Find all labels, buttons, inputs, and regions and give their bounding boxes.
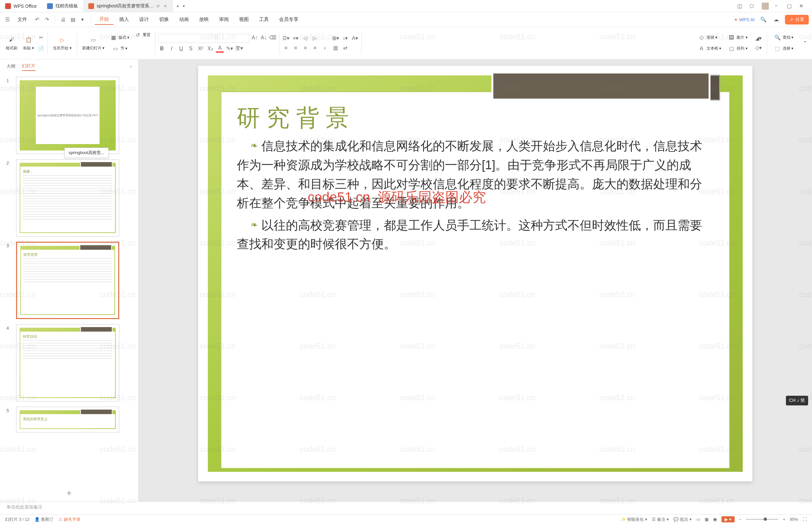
collapse-panel-icon[interactable]: ‹	[130, 64, 132, 69]
textbox-button[interactable]: A 文本框 ▾	[696, 44, 723, 53]
bullets-icon[interactable]: ☰▾	[282, 34, 290, 42]
menu-file[interactable]: 文件	[13, 15, 32, 24]
text-effects-icon[interactable]: 变▾	[235, 45, 243, 52]
view-sorter-icon[interactable]: ▦	[705, 517, 709, 522]
hamburger-icon[interactable]: ☰	[3, 15, 12, 24]
section-button[interactable]: ▭ 节 ▾	[110, 44, 129, 53]
line-spacing-icon[interactable]: ↕▾	[341, 34, 349, 42]
increase-font-icon[interactable]: A↑	[251, 34, 259, 42]
menu-view[interactable]: 视图	[235, 15, 253, 24]
new-slide-button[interactable]: ▭ 新建幻灯片 ▾	[80, 34, 107, 52]
zoom-slider[interactable]	[746, 519, 778, 520]
collapse-ribbon-icon[interactable]: ⌃	[801, 39, 809, 47]
close-icon[interactable]: ✕	[163, 3, 168, 9]
align-center-icon[interactable]: ≡	[292, 44, 299, 52]
increase-indent-icon[interactable]: ▷	[311, 34, 319, 42]
redo-icon[interactable]: ↷	[43, 15, 51, 24]
underline-icon[interactable]: U	[177, 45, 185, 52]
slide-thumbnail-3[interactable]: 3 研究背景	[6, 242, 132, 319]
zoom-out-button[interactable]: −	[739, 517, 742, 522]
tab-template[interactable]: 找稻壳模板	[42, 0, 83, 12]
menu-slideshow[interactable]: 放映	[195, 15, 213, 24]
wps-ai-button[interactable]: ✦ WPS AI	[734, 17, 755, 22]
italic-icon[interactable]: I	[168, 45, 175, 52]
picture-button[interactable]: 🖼 图片 ▾	[726, 33, 749, 42]
beautify-button[interactable]: ✨ 智能美化 ▾	[620, 517, 647, 522]
clear-format-icon[interactable]: ⌫	[269, 34, 277, 42]
paste-button[interactable]: 📋 粘贴 ▾	[21, 34, 36, 52]
shape-button[interactable]: ◇ 形状 ▾	[696, 33, 723, 42]
more-icon[interactable]: ▾	[78, 15, 87, 24]
layout-button[interactable]: ▦ 版式 ▾	[107, 33, 131, 42]
menu-member[interactable]: 会员专享	[275, 15, 303, 24]
slide-thumbnail-5[interactable]: 5 系统的研究意义	[6, 407, 132, 432]
zoom-level[interactable]: 95%	[790, 517, 798, 522]
decrease-font-icon[interactable]: A↓	[260, 34, 267, 42]
select-button[interactable]: ⬚ 选择 ▾	[772, 44, 795, 53]
close-window-icon[interactable]: ✕	[799, 3, 806, 9]
fit-window-icon[interactable]: ⛶	[803, 517, 807, 522]
notes-toggle[interactable]: ☰ 备注 ▾	[652, 517, 669, 522]
missing-font-button[interactable]: ⚠ 缺失字体	[59, 517, 81, 522]
menu-tools[interactable]: 工具	[254, 15, 273, 24]
strikethrough-icon[interactable]: S	[187, 45, 195, 52]
slide-thumbnail-2[interactable]: 2 摘要：	[6, 159, 132, 236]
window-icon[interactable]: ◫	[737, 3, 744, 9]
view-normal-icon[interactable]: ▭	[696, 517, 700, 522]
print-icon[interactable]: 🖨	[59, 15, 67, 24]
font-size-select[interactable]	[217, 34, 249, 43]
copy-icon[interactable]: 📄	[37, 45, 45, 52]
zoom-in-button[interactable]: +	[783, 517, 785, 522]
cube-icon[interactable]: ⬡	[749, 3, 756, 9]
align-right-icon[interactable]: ≡	[301, 44, 309, 52]
menu-insert[interactable]: 插入	[115, 15, 133, 24]
slide-canvas[interactable]: 研究背景 信息技术的集成化和信息网络化的不断发展，人类开始步入信息化时代，信息技…	[138, 59, 812, 502]
fill-color-icon[interactable]: ◢▾	[755, 34, 762, 42]
tab-current-doc[interactable]: springboot高校竞赛管理系… ⟳ ✕	[83, 0, 173, 12]
decrease-indent-icon[interactable]: ◁	[301, 34, 309, 42]
highlight-icon[interactable]: ✎▾	[226, 45, 233, 52]
minimize-icon[interactable]: −	[775, 3, 781, 9]
font-family-select[interactable]	[158, 34, 216, 43]
share-button[interactable]: ↗ 分享	[785, 15, 809, 24]
new-tab-button[interactable]: + ▾	[173, 0, 187, 12]
font-color-icon[interactable]: A	[216, 45, 223, 52]
columns-icon[interactable]: ▥	[332, 44, 339, 52]
subscript-icon[interactable]: X₂	[206, 45, 214, 52]
print-preview-icon[interactable]: ▤	[69, 15, 77, 24]
avatar-icon[interactable]	[762, 3, 769, 10]
cloud-icon[interactable]: ☁	[772, 15, 780, 24]
numbering-icon[interactable]: ≡▾	[292, 34, 299, 42]
format-painter-button[interactable]: 🖌 格式刷	[3, 34, 20, 52]
maximize-icon[interactable]: ▢	[787, 3, 793, 9]
tab-outline[interactable]: 大纲	[6, 62, 15, 70]
slide-heading[interactable]: 研究背景	[237, 102, 355, 133]
slide-main[interactable]: 研究背景 信息技术的集成化和信息网络化的不断发展，人类开始步入信息化时代，信息技…	[198, 66, 752, 481]
text-align-vert-icon[interactable]: A▾	[351, 34, 359, 42]
menu-design[interactable]: 设计	[135, 15, 153, 24]
undo-icon[interactable]: ↶	[33, 15, 41, 24]
menu-start[interactable]: 开始	[95, 14, 113, 25]
from-current-button[interactable]: ▷ 当页开始 ▾	[50, 34, 74, 52]
outline-color-icon[interactable]: ◇▾	[755, 44, 762, 52]
superscript-icon[interactable]: X²	[197, 45, 204, 52]
tab-wps-office[interactable]: WPS Office	[0, 0, 42, 12]
menu-animation[interactable]: 动画	[175, 15, 193, 24]
distribute-icon[interactable]: ⫞	[320, 44, 328, 52]
cut-icon[interactable]: ✂	[37, 34, 45, 42]
notes-area[interactable]: 单击此处添加备注	[0, 502, 812, 514]
search-icon[interactable]: 🔍	[759, 15, 767, 24]
slide-thumbnail-1[interactable]: 1 springboot高校竞赛管理系统的设计与实现 PPT springboo…	[6, 77, 132, 154]
text-direction-icon[interactable]: ⊞▾	[332, 34, 339, 42]
convert-icon[interactable]: ⇄	[341, 44, 349, 52]
arrange-button[interactable]: ▢ 排列 ▾	[726, 44, 749, 53]
view-reading-icon[interactable]: ▣	[713, 517, 717, 522]
review-toggle[interactable]: 💬 批注 ▾	[674, 517, 692, 522]
add-slide-button[interactable]: +	[66, 488, 71, 498]
reset-button[interactable]: ↺ 重置	[132, 30, 152, 39]
slide-thumbnail-4[interactable]: 4 研究目的	[6, 324, 132, 402]
author-button[interactable]: 👤 奥斯汀	[34, 517, 53, 522]
bold-icon[interactable]: B	[158, 45, 166, 52]
align-left-icon[interactable]: ≡	[282, 44, 290, 52]
menu-transition[interactable]: 切换	[155, 15, 173, 24]
